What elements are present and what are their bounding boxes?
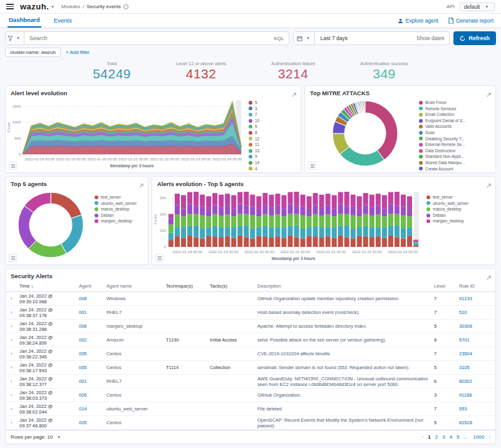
cell-agent-link[interactable]: 005 [79,392,106,398]
row-expand-icon[interactable]: › [11,420,19,425]
col-agent[interactable]: Agent [79,283,106,289]
row-expand-icon[interactable]: › [11,365,19,370]
stat-value[interactable]: 349 [360,66,408,81]
cell-rule-id-link[interactable]: 91188 [459,392,490,398]
legend-item[interactable]: macos_desktop [95,206,142,212]
legend-item[interactable]: Create Account [419,166,487,172]
expand-icon[interactable] [291,89,297,100]
page-button[interactable]: 5 [457,434,459,440]
table-row[interactable]: ›Jan 24, 2022 @ 09:39:10.988008WindowsGi… [6,292,495,306]
table-row[interactable]: ›Jan 24, 2022 @ 09:38:03.373005CentosGit… [6,388,495,402]
cell-rule-id-link[interactable]: 81528 [459,420,490,425]
legend-item[interactable]: 8 [249,130,291,136]
cell-agent-link[interactable]: 005 [79,365,106,370]
expand-icon[interactable] [138,180,144,191]
tab-events[interactable]: Events [53,14,73,27]
calendar-button[interactable]: ▾ [294,32,315,44]
legend-toggle-icon[interactable] [155,254,163,262]
page-prev-button[interactable]: ‹ [422,434,424,440]
explore-agent-button[interactable]: Explore agent [398,18,438,24]
info-icon[interactable]: i [123,4,128,9]
legend-item[interactable]: Data Destruction [419,148,487,154]
search-input[interactable] [24,35,269,41]
table-row[interactable]: ›Jan 24, 2022 @ 09:38:17.593005CentosT11… [6,361,495,375]
cell-agent-link[interactable]: 002 [79,337,106,343]
legend-item[interactable]: 6 [249,123,291,130]
kql-label[interactable]: KQL [269,36,289,41]
legend-item[interactable]: External Remote Se... [419,142,487,148]
legend-item[interactable]: manjaro_desktop [426,218,487,224]
cell-rule-id-link[interactable]: 5701 [459,337,490,343]
row-expand-icon[interactable]: › [11,337,19,343]
cell-rule-id-link[interactable]: 23504 [459,351,490,357]
legend-item[interactable]: 3 [249,106,291,112]
legend-item[interactable]: ubuntu_web_server [426,201,487,207]
alert-level-evolution-chart[interactable]: 0500100015002022-01-18 00:002022-01-19 0… [6,97,249,169]
legend-item[interactable]: manjaro_desktop [95,218,142,224]
table-row[interactable]: ›Jan 24, 2022 @ 09:38:22.345005CentosCVE… [6,347,495,361]
legend-item[interactable]: Sudo [419,130,487,136]
cell-agent-link[interactable]: 014 [79,406,106,412]
cell-agent-link[interactable]: 005 [79,420,106,425]
legend-item[interactable]: 5 [249,100,291,106]
mitre-donut-chart[interactable] [305,97,419,170]
refresh-button[interactable]: Refresh [453,31,496,45]
cell-rule-id-link[interactable]: 91233 [459,296,490,301]
cell-rule-id-link[interactable]: 80302 [459,378,490,384]
table-row[interactable]: ›Jan 24, 2022 @ 09:38:31.288008manjaro_d… [6,320,495,333]
table-row[interactable]: ›Jan 24, 2022 @ 09:38:02.044014ubuntu_we… [6,402,495,416]
legend-item[interactable]: Debian [426,212,487,219]
menu-icon[interactable] [6,4,14,9]
cell-rule-id-link[interactable]: 30306 [459,323,490,329]
legend-item[interactable]: Remote Services [419,106,487,112]
top5-agents-donut-chart[interactable] [6,188,95,262]
legend-item[interactable]: Valid Accounts [419,123,487,130]
row-expand-icon[interactable]: › [11,392,19,398]
legend-item[interactable]: Endpoint Denial of S... [419,118,487,124]
chevron-down-icon[interactable]: ▾ [51,4,54,9]
row-expand-icon[interactable]: › [11,323,19,329]
col-level[interactable]: Level [434,283,459,289]
wazuh-logo[interactable]: wazuh. [20,2,49,11]
legend-item[interactable]: 4 [249,166,291,172]
cell-agent-link[interactable]: 001 [79,310,106,315]
row-expand-icon[interactable]: › [11,296,19,301]
legend-item[interactable]: Standard Non-Appli... [419,154,487,160]
row-expand-icon[interactable]: › [11,378,19,384]
legend-item[interactable]: Brute Force [419,100,487,106]
legend-item[interactable]: Debian [95,212,142,219]
legend-item[interactable]: test_server [426,194,487,201]
show-dates-button[interactable]: Show dates [411,35,449,41]
page-button[interactable]: 1 [428,434,430,440]
legend-item[interactable]: test_server [95,194,142,201]
row-expand-icon[interactable]: › [11,406,19,412]
legend-toggle-icon[interactable] [9,254,17,262]
expand-icon[interactable] [486,89,492,100]
page-button[interactable]: 3 [442,434,445,440]
row-expand-icon[interactable]: › [11,310,19,315]
breadcrumb-modules[interactable]: Modules [61,4,80,9]
cell-agent-link[interactable]: 001 [79,378,106,384]
legend-toggle-icon[interactable] [308,162,316,170]
row-expand-icon[interactable]: › [11,351,19,357]
time-range-value[interactable]: Last 7 days [315,35,411,41]
legend-item[interactable]: macos_desktop [426,206,487,212]
col-time[interactable]: Time ↓ [19,283,79,289]
legend-item[interactable]: Email Collection [419,112,487,118]
expand-icon[interactable] [486,180,492,191]
legend-item[interactable]: 13 [249,148,291,154]
page-button[interactable]: … [464,434,469,440]
table-row[interactable]: ›Jan 24, 2022 @ 09:38:12.377001RHEL7AWS … [6,375,495,388]
legend-item[interactable]: ubuntu_web_server [95,201,142,207]
rows-per-page-select[interactable]: Rows per page: 10 ▾ [11,434,63,440]
col-technique[interactable]: Technique(s) [166,283,210,289]
col-agent-name[interactable]: Agent name [106,283,166,289]
tab-dashboard[interactable]: Dashboard [8,14,41,28]
cell-rule-id-link[interactable]: 510 [459,310,490,315]
stat-value[interactable]: 3214 [271,66,315,81]
saved-query-button[interactable]: ▾ [6,32,24,44]
cell-rule-id-link[interactable]: 553 [459,406,490,412]
page-button[interactable]: 1000 [473,434,485,440]
legend-item[interactable]: 12 [249,136,291,142]
table-row[interactable]: ›Jan 24, 2022 @ 09:37:46.800005CentosOpe… [6,416,495,430]
